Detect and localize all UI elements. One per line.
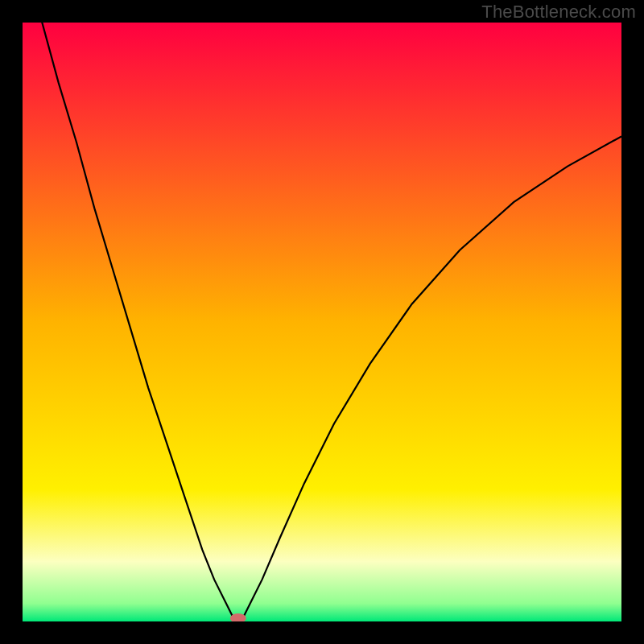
chart-container: TheBottleneck.com [0,0,644,644]
plot-area [23,23,621,621]
attribution-label: TheBottleneck.com [481,2,636,23]
chart-svg [23,23,621,621]
heatmap-background [23,23,621,621]
